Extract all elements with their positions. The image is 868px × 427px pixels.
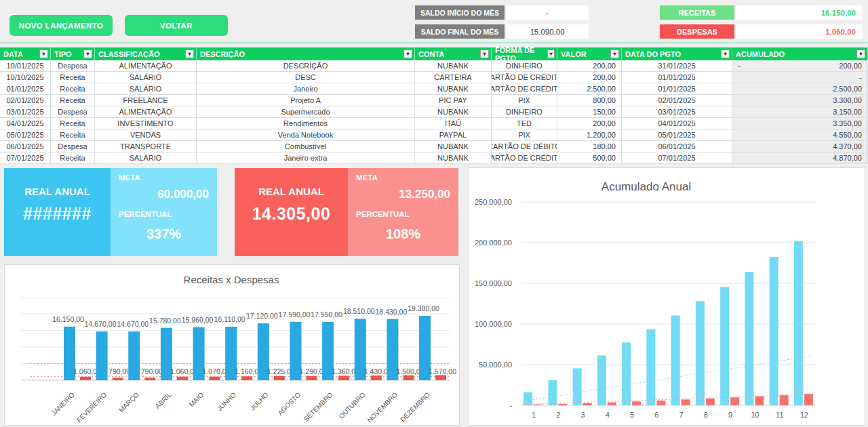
cell-r3c1[interactable]: Receita bbox=[51, 95, 95, 106]
cell-r3c5[interactable]: PIX bbox=[492, 95, 557, 106]
cell-r3c6[interactable]: 800,00 bbox=[557, 95, 622, 106]
cell-r1c3[interactable]: DESC bbox=[197, 72, 415, 83]
cell-r0c7[interactable]: 31/01/2025 bbox=[622, 60, 732, 72]
cell-r0c5[interactable]: DINHEIRO bbox=[492, 60, 557, 72]
cell-r6c0[interactable]: 05/01/2025 bbox=[0, 129, 51, 141]
cell-r7c2[interactable]: TRANSPORTE bbox=[95, 141, 197, 152]
cell-r0c0[interactable]: 10/01/2025 bbox=[0, 60, 51, 72]
cell-r3c3[interactable]: Projeto A bbox=[197, 95, 415, 106]
cell-r0c3[interactable]: DESCRIÇÃO bbox=[197, 60, 415, 72]
cell-r2c0[interactable]: 01/01/2025 bbox=[0, 83, 51, 95]
cell-r5c6[interactable]: 200,00 bbox=[557, 118, 622, 129]
filter-dropdown-icon-2[interactable]: ▾ bbox=[185, 49, 194, 58]
cell-r1c8[interactable]: - bbox=[732, 72, 868, 83]
cell-r8c8[interactable]: 4.870,00 bbox=[732, 152, 868, 164]
cell-r1c5[interactable]: CARTÃO DE CRÉDITO bbox=[492, 72, 557, 83]
cell-r6c3[interactable]: Venda Notebook bbox=[197, 129, 415, 141]
cell-r6c7[interactable]: 05/01/2025 bbox=[622, 129, 732, 141]
cell-r6c8[interactable]: 4.550,00 bbox=[732, 129, 868, 141]
cell-r1c1[interactable]: Receita bbox=[51, 72, 95, 83]
saldo-final-value[interactable]: 15.090,00 bbox=[506, 24, 589, 39]
filter-dropdown-icon-5[interactable]: ▾ bbox=[547, 49, 555, 58]
cell-r2c1[interactable]: Receita bbox=[51, 83, 95, 95]
cell-r3c4[interactable]: PIC PAY bbox=[415, 95, 492, 106]
cell-r3c2[interactable]: FREELANCE bbox=[95, 95, 197, 106]
filter-dropdown-icon-8[interactable]: ▾ bbox=[856, 49, 865, 58]
cell-r4c0[interactable]: 03/01/2025 bbox=[0, 106, 51, 118]
cell-r8c7[interactable]: 07/01/2025 bbox=[622, 152, 732, 164]
cell-r7c7[interactable]: 06/01/2025 bbox=[622, 141, 732, 152]
cell-r2c6[interactable]: 2.500,00 bbox=[557, 83, 622, 95]
cell-r3c0[interactable]: 02/01/2025 bbox=[0, 95, 51, 106]
cell-r7c1[interactable]: Despesa bbox=[51, 141, 95, 152]
cell-r5c4[interactable]: ITAÚ bbox=[415, 118, 492, 129]
cell-r5c7[interactable]: 04/01/2025 bbox=[622, 118, 732, 129]
cell-r0c8[interactable]: -200,00 bbox=[732, 60, 868, 72]
cell-r6c6[interactable]: 1.200,00 bbox=[557, 129, 622, 141]
filter-dropdown-icon-1[interactable]: ▾ bbox=[83, 49, 92, 58]
cell-r0c1[interactable]: Despesa bbox=[51, 60, 95, 72]
saldo-inicio-value[interactable]: - bbox=[506, 5, 589, 20]
cell-r8c1[interactable]: Receita bbox=[51, 152, 95, 164]
cell-r7c6[interactable]: 180,00 bbox=[557, 141, 622, 152]
cell-r6c5[interactable]: PIX bbox=[492, 129, 557, 141]
cell-r8c2[interactable]: SALÁRIO bbox=[95, 152, 197, 164]
cell-r4c4[interactable]: NUBANK bbox=[415, 106, 492, 118]
cell-r0c6[interactable]: 200,00 bbox=[557, 60, 622, 72]
cell-r4c5[interactable]: DINHEIRO bbox=[492, 106, 557, 118]
cell-r1c7[interactable]: 01/01/2025 bbox=[622, 72, 732, 83]
cell-r1c6[interactable]: 200,00 bbox=[557, 72, 622, 83]
cell-r3c7[interactable]: 02/01/2025 bbox=[622, 95, 732, 106]
cell-r8c3[interactable]: Janeiro extra bbox=[197, 152, 415, 164]
month-axis-label: OUTUBRO bbox=[338, 390, 367, 420]
receitas-total-value[interactable]: 16.150,00 bbox=[736, 5, 863, 20]
filter-dropdown-icon-7[interactable]: ▾ bbox=[721, 49, 730, 58]
cell-r1c0[interactable]: 10/10/2025 bbox=[0, 72, 51, 83]
cell-r8c5[interactable]: CARTÃO DE CRÉDITO bbox=[492, 152, 557, 164]
cell-r2c2[interactable]: SALÁRIO bbox=[95, 83, 197, 95]
cell-r2c8[interactable]: 2.500,00 bbox=[732, 83, 868, 95]
cell-r7c0[interactable]: 06/01/2025 bbox=[0, 141, 51, 152]
cell-r2c5[interactable]: CARTÃO DE CRÉDITO bbox=[492, 83, 557, 95]
cell-r6c2[interactable]: VENDAS bbox=[95, 129, 197, 141]
cell-r4c6[interactable]: 150,00 bbox=[557, 106, 622, 118]
bar-receitas-acumulado-10 bbox=[745, 272, 753, 405]
cell-r0c2[interactable]: ALIMENTAÇÃO bbox=[95, 60, 197, 72]
cell-r0c4[interactable]: NUBANK bbox=[415, 60, 492, 72]
cell-r6c1[interactable]: Receita bbox=[51, 129, 95, 141]
bar-receitas-acumulado-2 bbox=[548, 380, 557, 405]
cell-r2c7[interactable]: 01/01/2025 bbox=[622, 83, 732, 95]
cell-r2c4[interactable]: NUBANK bbox=[415, 83, 492, 95]
cell-r8c0[interactable]: 07/01/2025 bbox=[0, 152, 51, 164]
cell-r5c5[interactable]: TED bbox=[492, 118, 557, 129]
filter-dropdown-icon-6[interactable]: ▾ bbox=[610, 49, 619, 58]
cell-r5c2[interactable]: INVESTIMENTO bbox=[95, 118, 197, 129]
cell-r5c3[interactable]: Rendimentos bbox=[197, 118, 415, 129]
cell-r7c5[interactable]: CARTÃO DE DÉBITO bbox=[492, 141, 557, 152]
cell-r3c8[interactable]: 3.300,00 bbox=[732, 95, 868, 106]
cell-r5c8[interactable]: 3.350,00 bbox=[732, 118, 868, 129]
cell-r5c0[interactable]: 04/01/2025 bbox=[0, 118, 51, 129]
cell-r4c7[interactable]: 03/01/2025 bbox=[622, 106, 732, 118]
cell-r4c3[interactable]: Supermercado bbox=[197, 106, 415, 118]
cell-r4c2[interactable]: ALIMENTAÇÃO bbox=[95, 106, 197, 118]
cell-r7c8[interactable]: 4.370,00 bbox=[732, 141, 868, 152]
filter-dropdown-icon-3[interactable]: ▾ bbox=[403, 49, 412, 58]
bar-receitas-acumulado-7 bbox=[671, 315, 680, 405]
cell-r5c1[interactable]: Receita bbox=[51, 118, 95, 129]
cell-r6c4[interactable]: PAYPAL bbox=[415, 129, 492, 141]
cell-r1c4[interactable]: CARTEIRA bbox=[415, 72, 492, 83]
cell-r7c4[interactable]: NUBANK bbox=[415, 141, 492, 152]
novo-lancamento-button[interactable]: NOVO LANÇAMENTO bbox=[9, 15, 113, 36]
cell-r8c4[interactable]: NUBANK bbox=[415, 152, 492, 164]
cell-r1c2[interactable]: SALÁRIO bbox=[95, 72, 197, 83]
voltar-button[interactable]: VOLTAR bbox=[125, 15, 228, 36]
cell-r4c1[interactable]: Despesa bbox=[51, 106, 95, 118]
despesas-total-value[interactable]: 1.060,00 bbox=[736, 24, 863, 39]
cell-r4c8[interactable]: 3.150,00 bbox=[732, 106, 868, 118]
filter-dropdown-icon-0[interactable]: ▾ bbox=[39, 49, 48, 58]
filter-dropdown-icon-4[interactable]: ▾ bbox=[480, 49, 489, 58]
cell-r2c3[interactable]: Janeiro bbox=[197, 83, 415, 95]
cell-r8c6[interactable]: 500,00 bbox=[557, 152, 622, 164]
cell-r7c3[interactable]: Combustível bbox=[197, 141, 415, 152]
